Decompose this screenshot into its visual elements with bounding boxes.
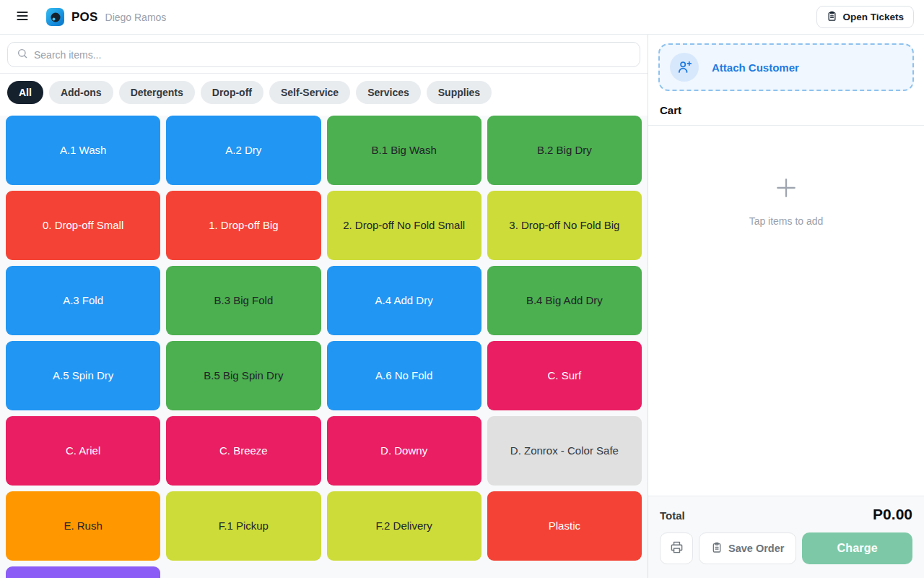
save-order-button[interactable]: Save Order [699, 532, 796, 564]
cart-panel: Attach Customer Cart Tap items to add To… [648, 35, 924, 578]
item-button-b-1-big-wash[interactable]: B.1 Big Wash [327, 116, 481, 185]
menu-button[interactable] [10, 5, 35, 30]
app-title: POS [71, 10, 98, 25]
attach-customer-label: Attach Customer [712, 61, 799, 74]
category-tab-services[interactable]: Services [356, 81, 421, 104]
item-button-b-3-big-fold[interactable]: B.3 Big Fold [166, 266, 321, 335]
top-bar: POS Diego Ramos Open Tickets [0, 0, 924, 35]
save-order-label: Save Order [728, 543, 784, 554]
item-button-3-drop-off-no-fold-big[interactable]: 3. Drop-off No Fold Big [487, 191, 642, 260]
search-icon [17, 48, 28, 62]
item-button-d-zonrox-color-safe[interactable]: D. Zonrox - Color Safe [487, 416, 642, 486]
print-button[interactable] [660, 532, 693, 564]
cart-empty-state: Tap items to add [648, 126, 924, 227]
category-tab-self-service[interactable]: Self-Service [269, 81, 350, 104]
total-value: P0.00 [873, 506, 912, 523]
item-button-c-ariel[interactable]: C. Ariel [6, 416, 160, 486]
category-tab-all[interactable]: All [7, 81, 43, 104]
item-grid: A.1 WashA.2 DryB.1 Big WashB.2 Big Dry0.… [0, 116, 648, 578]
person-plus-icon [670, 53, 699, 82]
item-button-item[interactable] [6, 566, 160, 578]
item-button-1-drop-off-big[interactable]: 1. Drop-off Big [166, 191, 321, 260]
app-logo-icon [46, 8, 64, 26]
category-tab-supplies[interactable]: Supplies [427, 81, 492, 104]
plus-icon [772, 173, 801, 205]
item-button-d-downy[interactable]: D. Downy [327, 416, 481, 486]
item-button-a-2-dry[interactable]: A.2 Dry [166, 116, 321, 185]
category-tab-detergents[interactable]: Detergents [119, 81, 195, 104]
printer-icon [670, 540, 684, 556]
item-button-a-4-add-dry[interactable]: A.4 Add Dry [327, 266, 481, 335]
catalog-panel: AllAdd-onsDetergentsDrop-offSelf-Service… [0, 35, 648, 578]
item-button-a-1-wash[interactable]: A.1 Wash [6, 116, 160, 185]
item-grid-area: A.1 WashA.2 DryB.1 Big WashB.2 Big Dry0.… [0, 116, 648, 578]
attach-customer-button[interactable]: Attach Customer [658, 43, 914, 91]
item-button-c-breeze[interactable]: C. Breeze [166, 416, 321, 486]
item-button-e-rush[interactable]: E. Rush [6, 491, 160, 561]
total-label: Total [660, 509, 685, 522]
open-tickets-button[interactable]: Open Tickets [816, 6, 914, 28]
cart-empty-hint: Tap items to add [749, 215, 824, 227]
item-button-f-2-delivery[interactable]: F.2 Delivery [327, 491, 481, 561]
open-tickets-label: Open Tickets [842, 12, 904, 22]
charge-button[interactable]: Charge [802, 532, 912, 564]
cart-footer: Total P0.00 Save Order Charge [648, 496, 924, 578]
cart-title: Cart [648, 100, 924, 126]
item-button-c-surf[interactable]: C. Surf [487, 341, 642, 410]
item-button-a-6-no-fold[interactable]: A.6 No Fold [327, 341, 481, 410]
item-button-a-5-spin-dry[interactable]: A.5 Spin Dry [6, 341, 160, 410]
search-input[interactable] [34, 49, 631, 61]
item-button-0-drop-off-small[interactable]: 0. Drop-off Small [6, 191, 160, 260]
item-button-f-1-pickup[interactable]: F.1 Pickup [166, 491, 321, 561]
item-button-a-3-fold[interactable]: A.3 Fold [6, 266, 160, 335]
user-name: Diego Ramos [105, 12, 167, 23]
item-button-2-drop-off-no-fold-small[interactable]: 2. Drop-off No Fold Small [327, 191, 481, 260]
hamburger-icon [15, 9, 30, 25]
search-box[interactable] [7, 42, 640, 67]
item-button-b-2-big-dry[interactable]: B.2 Big Dry [487, 116, 642, 185]
clipboard-icon [827, 11, 837, 24]
category-tab-drop-off[interactable]: Drop-off [201, 81, 263, 104]
item-button-b-4-big-add-dry[interactable]: B.4 Big Add Dry [487, 266, 642, 335]
clipboard-icon [711, 542, 723, 556]
category-tab-add-ons[interactable]: Add-ons [49, 81, 113, 104]
item-button-b-5-big-spin-dry[interactable]: B.5 Big Spin Dry [166, 341, 321, 410]
category-tabs: AllAdd-onsDetergentsDrop-offSelf-Service… [0, 74, 648, 104]
item-button-plastic[interactable]: Plastic [487, 491, 642, 561]
